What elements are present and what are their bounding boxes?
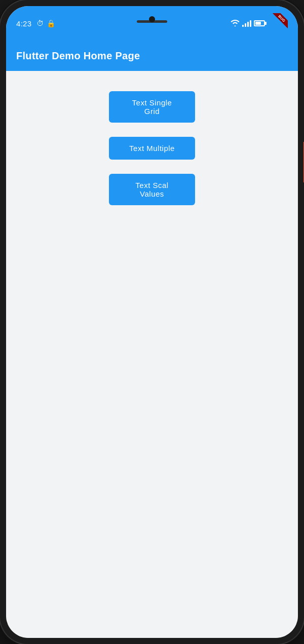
app-bar: Flutter Demo Home Page [6,41,298,71]
status-icons: ⏱ 🔒 [36,19,55,27]
signal-icon [242,20,251,27]
phone-frame: 4:23 ⏱ 🔒 [0,0,304,644]
debug-label: BUG [271,13,288,29]
text-scal-values-button[interactable]: Text Scal Values [109,174,195,205]
debug-badge: BUG [268,13,288,33]
app-bar-title: Flutter Demo Home Page [16,50,140,62]
wifi-icon [231,20,240,27]
screen-body: Text Single Grid Text Multiple Text Scal… [6,71,298,638]
buttons-area: Text Single Grid Text Multiple Text Scal… [6,71,298,638]
status-right-icons: BUG [231,13,288,33]
status-time: 4:23 [16,19,31,28]
battery-icon [254,20,265,26]
status-bar: 4:23 ⏱ 🔒 [6,6,298,41]
lock-icon: 🔒 [47,19,55,27]
text-multiple-button[interactable]: Text Multiple [109,137,195,160]
phone-screen: 4:23 ⏱ 🔒 [6,6,298,638]
text-single-grid-button[interactable]: Text Single Grid [109,91,195,123]
clock-icon: ⏱ [36,19,44,27]
